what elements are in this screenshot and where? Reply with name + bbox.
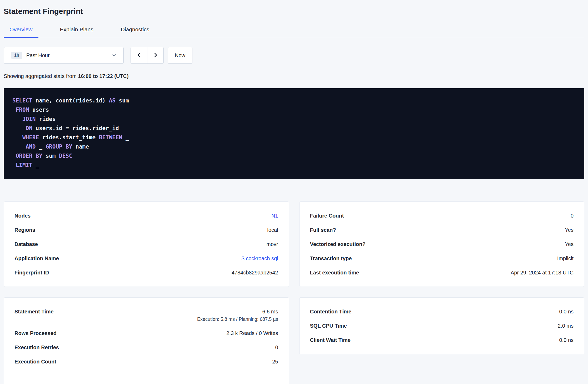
interval-badge: 1h — [11, 52, 22, 59]
sql-line: AND _ GROUP BY name — [12, 142, 576, 151]
row-label: Execution Count — [14, 358, 56, 365]
row-value-wrap: Implicit — [557, 255, 574, 262]
interval-label: Past Hour — [26, 52, 111, 58]
row-value: 0.0 ns — [559, 308, 574, 315]
row-value-wrap: local — [267, 227, 278, 233]
sql-line: JOIN rides — [12, 115, 576, 124]
row-value-wrap: 6.6 msExecution: 5.8 ms / Planning: 687.… — [197, 308, 278, 322]
card-row: Client Wait Time0.0 ns — [310, 333, 574, 347]
row-value-link[interactable]: $ cockroach sql — [242, 255, 278, 262]
time-interval-select[interactable]: 1h Past Hour — [4, 47, 124, 64]
time-toolbar: 1h Past Hour Now — [4, 47, 584, 64]
next-interval-button[interactable] — [147, 47, 163, 63]
row-label: Full scan? — [310, 227, 336, 233]
card-row: Application Name$ cockroach sql — [14, 251, 278, 265]
row-label: Statement Time — [14, 308, 54, 315]
row-label: Fingerprint ID — [14, 269, 49, 276]
card-row: Rows Processed2.3 k Reads / 0 Writes — [14, 326, 278, 340]
card-row: Execution Retries0 — [14, 340, 278, 355]
row-value: 0.0 ns — [559, 337, 574, 343]
row-value-wrap: 2.3 k Reads / 0 Writes — [226, 330, 278, 337]
row-label: Last execution time — [310, 269, 359, 276]
sql-code: SELECT name, count(rides.id) AS sum FROM… — [12, 96, 576, 170]
row-value: 2.3 k Reads / 0 Writes — [226, 330, 278, 337]
card-row: SQL CPU Time2.0 ms — [310, 319, 574, 333]
row-label: Database — [14, 241, 38, 248]
details-cards-row: NodesN1RegionslocalDatabasemovrApplicati… — [4, 201, 584, 287]
row-value: 0 — [275, 344, 278, 351]
tab-bar: Overview Explain Plans Diagnostics — [4, 23, 584, 38]
card-row: Contention Time0.0 ns — [310, 304, 574, 319]
row-value: Yes — [565, 241, 574, 248]
wait-time-card: Contention Time0.0 nsSQL CPU Time2.0 msC… — [299, 297, 585, 354]
row-label: Vectorized execution? — [310, 241, 366, 248]
row-label: Client Wait Time — [310, 337, 351, 343]
chevron-down-icon — [111, 52, 117, 58]
statement-fingerprint-page: Statement Fingerprint Overview Explain P… — [0, 0, 588, 384]
row-value: 6.6 ms — [197, 308, 278, 315]
execution-attributes-card: Failure Count0Full scan?YesVectorized ex… — [299, 201, 585, 287]
statement-details-card: NodesN1RegionslocalDatabasemovrApplicati… — [4, 201, 289, 287]
tab-overview[interactable]: Overview — [4, 26, 38, 38]
row-label: SQL CPU Time — [310, 322, 347, 329]
row-label: Rows Processed — [14, 330, 57, 337]
row-value: movr — [266, 241, 278, 248]
sql-statement-block: SELECT name, count(rides.id) AS sum FROM… — [4, 88, 584, 179]
stats-cards-row: Statement Time6.6 msExecution: 5.8 ms / … — [4, 297, 584, 384]
row-value: 0 — [571, 212, 574, 219]
row-value-link[interactable]: N1 — [271, 212, 278, 219]
card-row: Fingerprint ID4784cb829aab2542 — [14, 265, 278, 280]
row-label: Contention Time — [310, 308, 351, 315]
row-value-wrap: 4784cb829aab2542 — [232, 269, 278, 276]
sql-line: FROM users — [12, 105, 576, 115]
row-subtext: Execution: 5.8 ms / Planning: 687.5 µs — [197, 316, 278, 322]
stats-summary: Showing aggregated stats from 16:00 to 1… — [4, 73, 584, 79]
row-value-wrap: movr — [266, 241, 278, 248]
row-label: Execution Retries — [14, 344, 59, 351]
tab-diagnostics[interactable]: Diagnostics — [115, 26, 155, 38]
sql-line: ORDER BY sum DESC — [12, 151, 576, 161]
row-value-wrap: 0 — [571, 212, 574, 219]
row-value-wrap: Apr 29, 2024 at 17:18 UTC — [511, 269, 574, 276]
card-row: Databasemovr — [14, 237, 278, 251]
row-label: Regions — [14, 227, 35, 233]
row-value-wrap: $ cockroach sql — [242, 255, 278, 262]
row-value: 2.0 ms — [558, 322, 574, 329]
row-value: local — [267, 227, 278, 233]
card-row: Vectorized execution?Yes — [310, 237, 574, 251]
row-value: 25 — [272, 358, 278, 365]
row-label: Failure Count — [310, 212, 344, 219]
page-title: Statement Fingerprint — [4, 6, 584, 16]
interval-arrows — [131, 47, 164, 64]
card-row: Last execution timeApr 29, 2024 at 17:18… — [310, 265, 574, 280]
prev-interval-button[interactable] — [131, 47, 147, 63]
sql-line: SELECT name, count(rides.id) AS sum — [12, 96, 576, 105]
row-value-wrap: 0.0 ns — [559, 308, 574, 315]
stats-summary-prefix: Showing aggregated stats from — [4, 73, 78, 79]
row-value-wrap: Yes — [565, 227, 574, 233]
row-label: Application Name — [14, 255, 59, 262]
tab-explain-plans[interactable]: Explain Plans — [54, 26, 99, 38]
card-row: Execution Count25 — [14, 355, 278, 369]
row-value-wrap: 0 — [275, 344, 278, 351]
row-value: 4784cb829aab2542 — [232, 269, 278, 276]
row-value: Apr 29, 2024 at 17:18 UTC — [511, 269, 574, 276]
row-value: Yes — [565, 227, 574, 233]
row-value-wrap: 2.0 ms — [558, 322, 574, 329]
card-row: Failure Count0 — [310, 209, 574, 223]
row-value-wrap: Yes — [565, 241, 574, 248]
row-label: Nodes — [14, 212, 31, 219]
sql-line: LIMIT _ — [12, 161, 576, 170]
row-value-wrap: 0.0 ns — [559, 337, 574, 343]
card-row: Regionslocal — [14, 223, 278, 237]
card-row: Transaction typeImplicit — [310, 251, 574, 265]
row-value-wrap: N1 — [271, 212, 278, 219]
chevron-left-icon — [136, 52, 142, 59]
stats-summary-range: 16:00 to 17:22 (UTC) — [78, 73, 128, 79]
now-button[interactable]: Now — [168, 47, 192, 64]
card-row: NodesN1 — [14, 209, 278, 223]
row-value-wrap: 25 — [272, 358, 278, 365]
sql-line: ON users.id = rides.rider_id — [12, 124, 576, 133]
sql-line: WHERE rides.start_time BETWEEN _ — [12, 133, 576, 142]
card-row: Full scan?Yes — [310, 223, 574, 237]
